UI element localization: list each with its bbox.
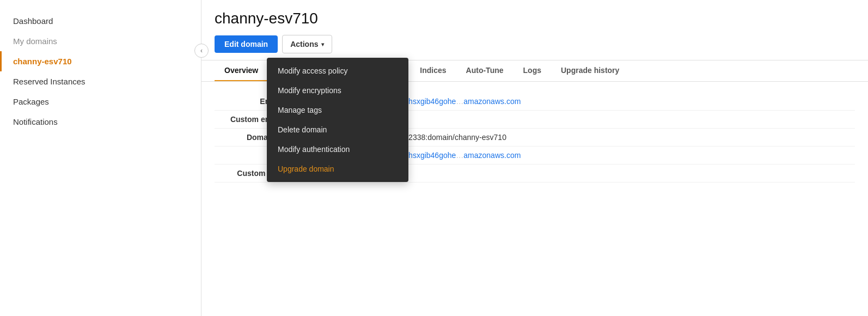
page-title: channy-esv710 [215, 10, 855, 27]
edit-domain-button[interactable]: Edit domain [215, 35, 278, 53]
sidebar-collapse-button[interactable]: ‹ [194, 44, 209, 58]
sidebar-item-dashboard[interactable]: Dashboard [0, 11, 201, 31]
tab-auto-tune[interactable]: Auto-Tune [456, 60, 514, 81]
tab-logs[interactable]: Logs [514, 60, 551, 81]
dropdown-item-modify-access-policy[interactable]: Modify access policy [267, 61, 408, 81]
sidebar-item-notifications[interactable]: Notifications [0, 112, 201, 132]
dropdown-item-manage-tags[interactable]: Manage tags [267, 100, 408, 120]
tab-overview[interactable]: Overview [215, 60, 268, 81]
dropdown-item-modify-encryptions[interactable]: Modify encryptions [267, 81, 408, 100]
tab-upgrade-history[interactable]: Upgrade history [551, 60, 629, 81]
actions-button[interactable]: Actions ▾ [282, 35, 332, 53]
sidebar-item-packages[interactable]: Packages [0, 92, 201, 112]
dropdown-item-modify-authentication[interactable]: Modify authentication [267, 139, 408, 159]
sidebar-item-my-domains[interactable]: My domains [0, 31, 201, 51]
dropdown-item-delete-domain[interactable]: Delete domain [267, 120, 408, 139]
toolbar: Edit domain Actions ▾ Modify access poli… [215, 35, 855, 53]
chevron-down-icon: ▾ [321, 41, 324, 47]
sidebar-item-channy-esv710[interactable]: channy-esv710 [0, 51, 201, 71]
main-content: channy-esv710 Edit domain Actions ▾ Modi… [201, 0, 868, 316]
page-header: channy-esv710 Edit domain Actions ▾ Modi… [201, 0, 868, 60]
actions-dropdown: Modify access policyModify encryptionsMa… [267, 58, 408, 182]
tab-indices[interactable]: Indices [410, 60, 456, 81]
actions-label: Actions [290, 40, 318, 48]
sidebar: DashboardMy domainschanny-esv710Reserved… [0, 0, 201, 316]
dropdown-item-upgrade-domain[interactable]: Upgrade domain [267, 159, 408, 179]
sidebar-item-reserved-instances[interactable]: Reserved Instances [0, 71, 201, 92]
